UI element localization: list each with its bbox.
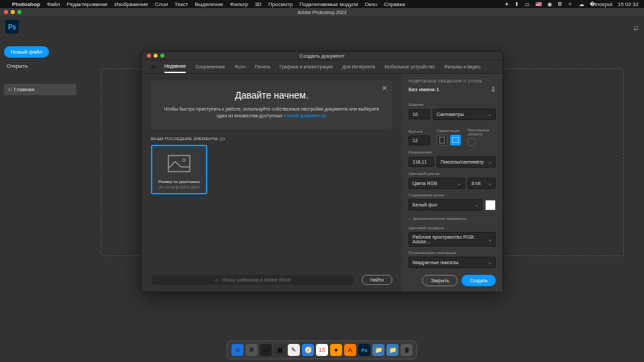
app-icon[interactable]: A	[344, 344, 356, 356]
sidebar-item-label: Главная	[14, 86, 34, 93]
menu-edit[interactable]: Редактирование	[66, 1, 107, 7]
unit-select[interactable]: Сантиметры	[433, 109, 496, 120]
menu-plugins[interactable]: Подключаемые модули	[299, 1, 358, 7]
window-title: Adobe Photoshop 2022	[297, 10, 346, 15]
create-button[interactable]: Создать	[462, 275, 496, 286]
maximize-icon[interactable]	[17, 10, 21, 14]
bg-color-swatch[interactable]	[485, 200, 496, 210]
menu-select[interactable]: Выделение	[195, 1, 223, 7]
menu-view[interactable]: Просмотр	[268, 1, 293, 7]
shield-icon[interactable]: ⛨	[557, 1, 563, 7]
photoshop-logo[interactable]: Ps	[5, 20, 19, 34]
height-label: Высота	[409, 129, 430, 133]
sidebar-item-home[interactable]: ⌂ Главная	[4, 84, 76, 95]
calendar-icon[interactable]: 15	[316, 344, 328, 356]
hero-text: Чтобы быстро приступить к работе, исполь…	[160, 106, 383, 119]
hero-banner: ✕ Давайте начнем. Чтобы быстро приступит…	[151, 80, 392, 129]
close-button[interactable]: Закрыть	[422, 275, 458, 286]
tab-print[interactable]: Печать	[255, 61, 270, 72]
menu-file[interactable]: Файл	[47, 1, 60, 7]
landscape-button[interactable]	[450, 135, 461, 145]
tab-film[interactable]: Фильмы и видео	[444, 61, 480, 72]
tab-mobile[interactable]: Мобильное устройство	[384, 61, 435, 72]
menu-help[interactable]: Справка	[384, 1, 405, 7]
maximize-icon[interactable]	[160, 54, 164, 58]
artboards-label: Монтажные области	[468, 128, 496, 136]
wifi-icon[interactable]: ᯤ	[568, 1, 574, 7]
status-icon[interactable]: ✦	[504, 1, 509, 7]
tab-art[interactable]: Графика и иллюстрации	[280, 61, 333, 72]
advanced-toggle[interactable]: ⌄ Дополнительные параметры	[409, 216, 496, 221]
portrait-button[interactable]	[437, 135, 447, 145]
preset-default[interactable]: Размер по умолчанию 16 x 12 см @ 118,11 …	[151, 145, 207, 194]
profile-select[interactable]: Рабочее пространство RGB: Adobe...	[409, 232, 496, 247]
window-titlebar: Adobe Photoshop 2022	[0, 8, 644, 16]
terminal-icon[interactable]: ▭	[260, 344, 272, 356]
minimize-icon[interactable]	[11, 10, 15, 14]
tab-web[interactable]: Для Интернета	[342, 61, 375, 72]
bit-depth-select[interactable]: 8 bit	[468, 178, 496, 189]
menu-3d[interactable]: 3D	[255, 1, 262, 7]
menu-window[interactable]: Окно	[365, 1, 378, 7]
save-preset-icon[interactable]: ⇩	[490, 86, 496, 93]
stock-search-input[interactable]: ⌕ Поиск шаблонов в Adobe Stock	[151, 275, 355, 285]
aspect-label: Попиксельная пропорция	[409, 251, 496, 255]
close-icon[interactable]	[4, 10, 8, 14]
bg-select[interactable]: Белый фон	[409, 199, 482, 210]
aspect-select[interactable]: Квадратные пикселы	[409, 257, 496, 268]
traffic-lights[interactable]	[4, 10, 21, 14]
trash-icon[interactable]: 🗑	[400, 344, 413, 356]
tab-saved[interactable]: Сохраненные	[195, 61, 225, 72]
doc-styles-link[interactable]: стилей документов	[284, 113, 325, 118]
resolution-input[interactable]	[409, 157, 434, 167]
notes-icon[interactable]: ✎	[288, 344, 300, 356]
safari-icon[interactable]: 🧭	[302, 344, 314, 356]
app-toolbar: Ps ⌕	[0, 16, 644, 38]
battery-icon[interactable]: ▭	[525, 1, 530, 7]
control-center-icon[interactable]: �început	[590, 1, 612, 7]
folder-icon[interactable]: 📁	[386, 344, 398, 356]
preset-tabs: ◷ Недавние Сохраненные Фото Печать Графи…	[142, 60, 502, 74]
close-icon[interactable]	[147, 54, 151, 58]
dialog-title: Создать документ	[299, 53, 344, 59]
tab-recent[interactable]: Недавние	[164, 60, 186, 73]
tab-photo[interactable]: Фото	[235, 61, 246, 72]
status-icon[interactable]: ⬆	[515, 1, 519, 7]
res-label: Разрешение	[409, 150, 496, 154]
menu-layers[interactable]: Слои	[155, 1, 168, 7]
svg-rect-2	[439, 137, 445, 143]
app-icon[interactable]: ●	[330, 344, 342, 356]
macos-dock[interactable]: ☺ ⚙ ▭ ▦ ✎ 🧭 15 ● A Ps 📁 📁 🗑	[227, 341, 417, 359]
close-icon[interactable]: ✕	[382, 84, 387, 92]
doc-name[interactable]: Без имени-1	[409, 86, 439, 93]
width-label: Ширина	[409, 103, 496, 107]
flag-icon[interactable]: 🇺🇸	[535, 1, 542, 7]
app-menu[interactable]: Photoshop	[12, 1, 40, 7]
new-document-dialog: Создать документ ◷ Недавние Сохраненные …	[141, 51, 503, 292]
menu-filter[interactable]: Фильтр	[230, 1, 248, 7]
find-button[interactable]: Найти	[362, 275, 392, 285]
app-icon[interactable]: ▦	[274, 344, 286, 356]
res-unit-select[interactable]: Пикселы/сантиметр	[437, 156, 496, 168]
new-file-button[interactable]: Новый файл	[4, 46, 49, 58]
svg-rect-0	[168, 156, 190, 172]
height-input[interactable]	[409, 135, 430, 145]
search-icon[interactable]: ⌕	[633, 21, 639, 32]
menu-image[interactable]: Изображение	[114, 1, 148, 7]
sync-icon[interactable]: ◉	[547, 1, 552, 7]
menu-text[interactable]: Текст	[174, 1, 188, 7]
settings-icon[interactable]: ⚙	[246, 344, 258, 356]
open-link[interactable]: Открыть	[4, 58, 76, 74]
cloud-icon[interactable]: ☁	[579, 1, 584, 7]
minimize-icon[interactable]	[154, 54, 158, 58]
clock[interactable]: 15 02 32	[618, 1, 639, 7]
folder-icon[interactable]: 📁	[372, 344, 384, 356]
artboards-checkbox[interactable]	[468, 138, 476, 146]
width-input[interactable]	[409, 109, 430, 119]
finder-icon[interactable]: ☺	[231, 344, 244, 356]
home-sidebar: Новый файл Открыть ⌂ Главная	[0, 38, 80, 362]
preset-sub: 16 x 12 см @ 118,11 ppcm	[156, 185, 202, 189]
photoshop-icon[interactable]: Ps	[358, 344, 370, 356]
preset-name: Размер по умолчанию	[156, 180, 202, 184]
color-mode-select[interactable]: Цвета RGB	[409, 178, 465, 189]
